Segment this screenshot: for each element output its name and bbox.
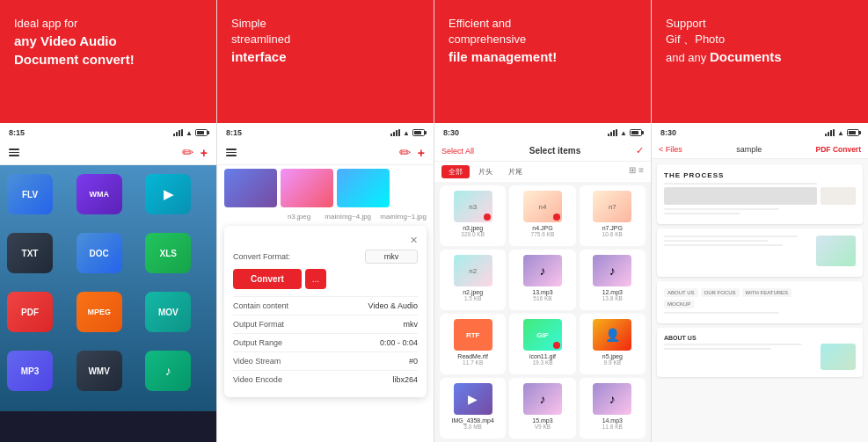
- panel-2-status-icons: ▲: [390, 129, 425, 137]
- file-item-11[interactable]: ♪ 15.mp3 V9 KB: [509, 378, 575, 438]
- file-name-2: n4.JPG: [532, 225, 552, 231]
- thumbnail-2[interactable]: [281, 169, 333, 207]
- file-icon-doc[interactable]: DOC: [77, 233, 122, 273]
- file-size-2: 775.6 KB: [531, 231, 555, 237]
- file-item-12[interactable]: ♪ 14.mp3 11.8 KB: [580, 378, 646, 438]
- menu-icon-2[interactable]: [226, 149, 237, 156]
- signal-icon-3: [608, 129, 617, 136]
- toolbar-icons-2: ✏ +: [399, 144, 425, 161]
- panel-4-status-bar: 8:30 ▲: [652, 123, 868, 141]
- panel-1-toolbar: ✏ +: [0, 141, 216, 165]
- add-icon-2[interactable]: +: [418, 146, 425, 160]
- file-item-10[interactable]: ▶ IMG_4358.mp4 3.0 MB: [440, 378, 506, 438]
- panel-4-status-icons: ▲: [825, 129, 859, 137]
- file-item-2[interactable]: n4 n4.JPG 775.6 KB: [509, 185, 575, 246]
- file-name-5: 13.mp3: [532, 289, 552, 295]
- edit-icon[interactable]: ✏: [182, 144, 193, 161]
- file-icon-pdf[interactable]: PDF: [7, 292, 53, 332]
- file-thumb-9: 👤: [593, 319, 631, 351]
- signal-bar-4: [181, 129, 183, 136]
- file-item-9[interactable]: 👤 n5.jpeg 9.9 KB: [580, 314, 646, 374]
- file-item-6[interactable]: ♪ 12.mp3 13.8 KB: [580, 250, 646, 310]
- file-name-12: 14.mp3: [602, 417, 623, 424]
- format-label: Convert Format:: [233, 252, 290, 261]
- file-item-8[interactable]: GIF icon11.gif 19.3 KB: [509, 314, 575, 374]
- file-size-6: 13.8 KB: [602, 295, 623, 301]
- wifi-icon: ▲: [186, 129, 193, 137]
- thumbnail-3[interactable]: [337, 169, 390, 207]
- file-name-9: n5.jpeg: [602, 353, 623, 359]
- output-format-label: Output Format: [233, 320, 284, 329]
- pdf-page-1: THE PROCESS: [657, 164, 863, 224]
- red-dot-2: [553, 214, 560, 221]
- file-size-11: V9 KB: [535, 424, 551, 430]
- file-icon-wmv[interactable]: WMV: [77, 351, 122, 391]
- panel-1-line2: any Video Audio: [14, 33, 117, 48]
- file-item-7[interactable]: RTF ReadMe.rtf 11.7 KB: [440, 314, 506, 374]
- file-icon-mpeg[interactable]: MPEG: [77, 292, 122, 332]
- format-input[interactable]: mkv: [365, 250, 418, 264]
- panel-4-tagline: Support Gif 、Photo and any Documents: [666, 16, 854, 67]
- file-icon-txt[interactable]: TXT: [7, 233, 53, 273]
- filter-tabs: 全部 片头 片尾 ⊞ ≡: [434, 162, 651, 182]
- menu-icon[interactable]: [9, 149, 19, 156]
- info-row-1: Contain content Video & Audio: [233, 296, 418, 315]
- file-size-4: 1.5 KB: [464, 295, 482, 301]
- select-all-button[interactable]: Select All: [441, 147, 474, 156]
- add-icon[interactable]: +: [201, 146, 208, 160]
- file-name-10: IMG_4358.mp4: [452, 417, 494, 424]
- check-icon[interactable]: ✓: [636, 145, 644, 156]
- feature-row: ABOUT US OUR FOCUS WITH FEATURES: [664, 288, 856, 297]
- pdf-convert-button[interactable]: PDF Convert: [816, 145, 861, 154]
- panel-2-line2: streamlined: [231, 33, 290, 46]
- file-name-8: icon11.gif: [529, 353, 556, 359]
- convert-button[interactable]: Convert: [233, 269, 302, 289]
- file-item-3[interactable]: n7 n7.JPG 10.6 KB: [580, 185, 646, 246]
- file-thumb-4: n2: [454, 255, 492, 286]
- file-thumb-11: ♪: [523, 383, 562, 415]
- thumb-label-1: n3.jpeg: [288, 213, 310, 221]
- file-size-5: 516 KB: [533, 295, 551, 301]
- panel-2-time: 8:15: [226, 128, 242, 137]
- output-range-value: 0:00 - 0:04: [380, 338, 418, 347]
- contain-value: Video & Audio: [368, 301, 418, 310]
- file-icon-wma[interactable]: WMA: [77, 174, 122, 214]
- thumbnail-labels: n3.jpeg mainImg~4.jpg mainImg~1.jpg: [217, 211, 434, 222]
- file-item-4[interactable]: n2 n2.jpeg 1.5 KB: [440, 250, 506, 310]
- dialog-close[interactable]: ✕: [233, 235, 418, 246]
- panel-1-line3: Document convert!: [14, 52, 135, 67]
- file-thumb-12: ♪: [593, 383, 631, 415]
- more-button[interactable]: ...: [305, 269, 326, 289]
- panel-1: Ideal app for any Video Audio Document c…: [0, 0, 216, 442]
- file-icon-music[interactable]: ♪: [145, 351, 191, 391]
- panel-3-tagline: Efficient and comprehensive file managem…: [449, 16, 637, 67]
- panel-4-screen: 8:30 ▲ < Files sample PDF Convert: [652, 123, 868, 442]
- video-stream-value: #0: [409, 357, 418, 366]
- panel-4-time: 8:30: [660, 128, 676, 137]
- file-icon-xls[interactable]: XLS: [145, 233, 191, 273]
- file-icons-grid: FLV WMA ▶ TXT DOC XLS PDF MPEG MOV MP3 W…: [0, 165, 216, 411]
- signal-icon-4: [825, 129, 835, 136]
- file-icon-mp3[interactable]: MP3: [7, 351, 53, 391]
- signal-bar-3: [179, 130, 180, 136]
- file-item-5[interactable]: ♪ 13.mp3 516 KB: [509, 250, 575, 310]
- filter-tab-1[interactable]: 片头: [471, 165, 500, 178]
- edit-icon-2[interactable]: ✏: [399, 144, 411, 161]
- panel-2-status-bar: 8:15 ▲: [217, 123, 434, 141]
- view-toggle[interactable]: ⊞ ≡: [629, 165, 644, 178]
- signal-icon-2: [390, 129, 400, 136]
- file-name-4: n2.jpeg: [463, 289, 483, 295]
- pdf-back-button[interactable]: < Files: [659, 145, 682, 154]
- file-name-6: 12.mp3: [602, 289, 623, 295]
- file-thumb-3: n7: [593, 191, 631, 222]
- filter-tab-2[interactable]: 片尾: [501, 165, 529, 178]
- file-icon-mov[interactable]: MOV: [145, 292, 191, 332]
- video-stream-label: Video Stream: [233, 357, 281, 366]
- thumbnail-1[interactable]: [224, 169, 277, 207]
- file-item-1[interactable]: n3 n3.jpeg 329.0 KB: [440, 185, 506, 246]
- file-icon-flv[interactable]: FLV: [7, 174, 53, 214]
- panel-2-toolbar: ✏ +: [217, 141, 434, 165]
- filter-tab-all[interactable]: 全部: [441, 165, 470, 178]
- file-size-1: 329.0 KB: [461, 231, 485, 237]
- file-icon-video[interactable]: ▶: [145, 174, 191, 214]
